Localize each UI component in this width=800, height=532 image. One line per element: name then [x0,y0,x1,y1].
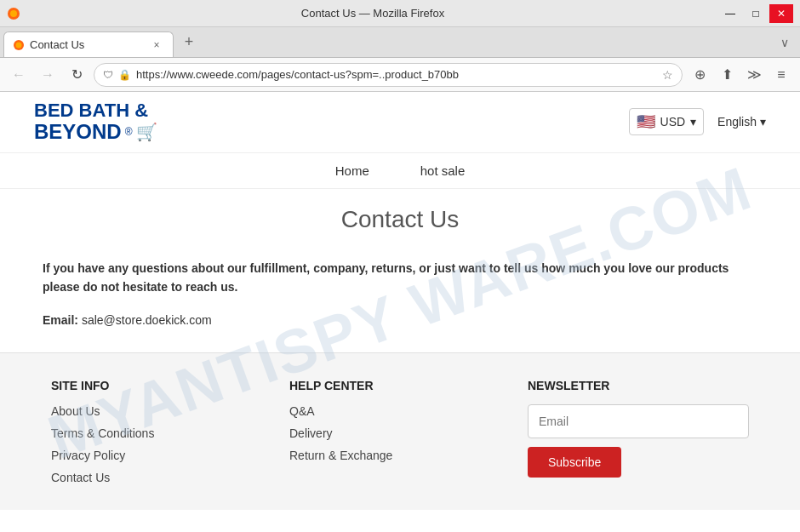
flag-icon: 🇺🇸 [637,112,655,131]
svg-point-3 [16,42,22,48]
header-right: 🇺🇸 USD ▾ English ▾ [629,108,766,135]
footer-newsletter: Newsletter Subscribe [528,379,749,493]
tab-bar: Contact Us × + ∨ [0,27,800,58]
toolbar-icons: ⊕ ⬆ ≫ ≡ [688,63,793,87]
svg-point-1 [10,10,17,17]
new-tab-button[interactable]: + [177,31,201,54]
extensions-button[interactable]: ≫ [742,63,766,87]
footer-qa[interactable]: Q&A [289,404,511,418]
title-bar: Contact Us — Mozilla Firefox — □ ✕ [0,0,800,27]
window-controls: — □ ✕ [718,4,793,23]
container-button[interactable]: ⊕ [688,63,711,87]
footer-help-center: HELP CENTER Q&A Delivery Return & Exchan… [289,379,511,493]
footer-delivery[interactable]: Delivery [289,426,511,440]
content-section: If you have any questions about our fulf… [0,242,800,353]
tab-close-button[interactable]: × [149,37,164,53]
tab-favicon [13,39,25,51]
shield-icon: 🛡 [103,69,113,81]
currency-label: USD [660,115,686,129]
site-nav: Home hot sale [0,153,800,189]
page-title-section: Contact Us [0,189,800,242]
logo: BED BATH & BEYOND ® 🛒 [34,100,157,144]
cart-icon: 🛒 [136,122,157,142]
page-content: MYANTISPY WARE.COM BED BATH & BEYOND ® 🛒… [0,92,800,532]
forward-button[interactable]: → [36,63,60,87]
footer-grid: SITE INFO About Us Terms & Conditions Pr… [51,379,749,493]
currency-chevron-icon: ▾ [690,115,696,129]
tab-overflow-button[interactable]: ∨ [773,31,797,54]
menu-button[interactable]: ≡ [769,63,793,87]
footer-about-us[interactable]: About Us [51,404,272,418]
close-button[interactable]: ✕ [769,4,793,23]
url-bar[interactable]: 🛡 🔒 https://www.cweede.com/pages/contact… [94,63,683,87]
email-line: Email: sale@store.doekick.com [43,313,757,327]
language-selector[interactable]: English ▾ [717,115,766,129]
newsletter-email-input[interactable] [528,404,749,438]
firefox-icon [7,7,20,20]
footer-site-info: SITE INFO About Us Terms & Conditions Pr… [51,379,272,493]
footer-contact-us[interactable]: Contact Us [51,471,272,484]
email-label: Email: [43,313,82,327]
email-address[interactable]: sale@store.doekick.com [82,313,212,327]
lock-icon: 🔒 [118,69,131,81]
newsletter-title: Newsletter [528,379,749,392]
window-title: Contact Us — Mozilla Firefox [27,7,718,20]
site-footer: SITE INFO About Us Terms & Conditions Pr… [0,352,800,510]
site-header: BED BATH & BEYOND ® 🛒 🇺🇸 USD ▾ English ▾ [0,92,800,153]
site-info-title: SITE INFO [51,379,272,392]
currency-selector[interactable]: 🇺🇸 USD ▾ [629,108,705,135]
reload-button[interactable]: ↻ [65,63,89,87]
nav-home[interactable]: Home [335,163,369,178]
logo-text-beyond: BEYOND [34,121,122,143]
footer-return-exchange[interactable]: Return & Exchange [289,449,511,462]
language-label: English [717,115,757,129]
nav-hot-sale[interactable]: hot sale [420,163,466,178]
minimize-button[interactable]: — [718,4,742,23]
logo-text-main: BED BATH & [34,100,148,121]
logo-area: BED BATH & BEYOND ® 🛒 [34,100,157,144]
intro-paragraph: If you have any questions about our fulf… [43,259,757,297]
maximize-button[interactable]: □ [744,4,768,23]
url-text: https://www.cweede.com/pages/contact-us?… [136,68,657,81]
back-button[interactable]: ← [7,63,31,87]
help-center-title: HELP CENTER [289,379,511,392]
tab-label: Contact Us [30,38,144,51]
subscribe-button[interactable]: Subscribe [528,447,621,478]
language-chevron-icon: ▾ [760,115,766,129]
share-button[interactable]: ⬆ [715,63,739,87]
registered-mark: ® [125,126,133,138]
bookmark-icon[interactable]: ☆ [662,68,673,82]
page-title: Contact Us [0,206,800,233]
footer-terms[interactable]: Terms & Conditions [51,426,272,440]
active-tab[interactable]: Contact Us × [3,31,174,57]
footer-privacy[interactable]: Privacy Policy [51,449,272,462]
address-bar: ← → ↻ 🛡 🔒 https://www.cweede.com/pages/c… [0,58,800,92]
